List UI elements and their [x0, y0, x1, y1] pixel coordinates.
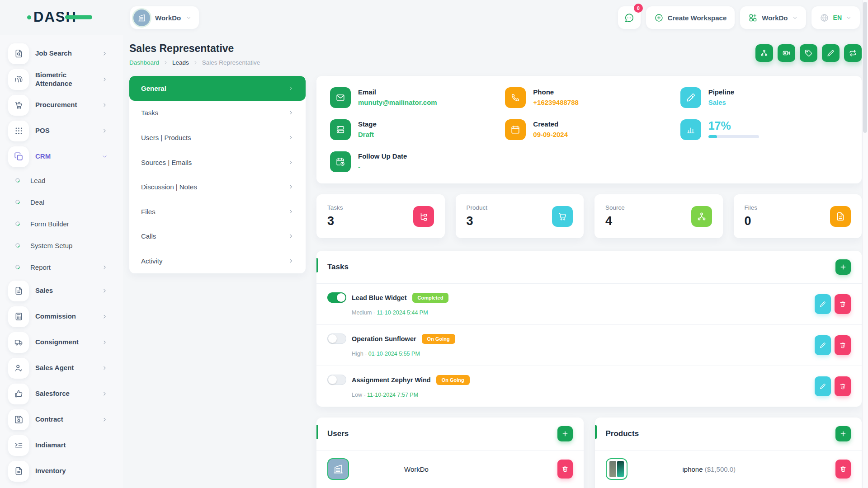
chevron-right-icon	[163, 60, 168, 65]
meeting-button[interactable]	[778, 44, 795, 62]
delete-task-button[interactable]	[835, 294, 851, 314]
tab-general[interactable]: General	[129, 76, 306, 101]
workspace-menu-button[interactable]: WorkDo	[740, 6, 806, 29]
plus-circle-icon	[654, 13, 664, 23]
sidebar-item-procurement[interactable]: Procurement	[0, 92, 123, 118]
sidebar-item-crm[interactable]: CRM	[0, 144, 123, 169]
video-camera-icon	[782, 49, 791, 57]
add-product-button[interactable]	[835, 426, 851, 441]
task-toggle[interactable]	[327, 375, 346, 385]
progress-percent: 17%	[708, 119, 759, 131]
workspace-menu-label: WorkDo	[762, 14, 788, 22]
thumbs-up-icon	[8, 384, 29, 404]
sidebar-item-contract[interactable]: Contract	[0, 407, 123, 432]
building-icon	[137, 13, 146, 23]
chevron-right-icon	[102, 76, 108, 82]
tab-tasks[interactable]: Tasks	[129, 101, 306, 126]
stage-value: Draft	[358, 131, 377, 138]
sidebar-item-deal[interactable]: Deal	[0, 191, 123, 213]
app-logo[interactable]: DASH	[27, 9, 77, 25]
delete-task-button[interactable]	[835, 376, 851, 396]
chevron-right-icon	[102, 417, 108, 422]
field-progress: 17%	[680, 119, 848, 140]
chevron-right-icon	[288, 110, 294, 116]
chevron-down-icon	[792, 15, 798, 21]
convert-button[interactable]	[844, 44, 862, 62]
breadcrumb-leads[interactable]: Leads	[172, 59, 189, 66]
sidebar-item-report[interactable]: Report	[0, 256, 123, 278]
page-actions	[755, 44, 862, 62]
edit-task-button[interactable]	[815, 376, 831, 396]
sidebar-item-form-builder[interactable]: Form Builder	[0, 213, 123, 235]
sidebar-item-sales[interactable]: Sales	[0, 278, 123, 304]
add-user-button[interactable]	[557, 426, 573, 441]
pencil-icon	[826, 49, 835, 57]
tab-files[interactable]: Files	[129, 199, 306, 224]
workspace-avatar	[133, 9, 150, 26]
sidebar-item-inventory[interactable]: Inventory	[0, 458, 123, 484]
tab-calls[interactable]: Calls	[129, 224, 306, 249]
sidebar-item-biometric-attendance[interactable]: Biometric Attendance	[0, 66, 123, 92]
edit-task-button[interactable]	[815, 335, 831, 355]
chevron-right-icon	[102, 339, 108, 345]
add-task-button[interactable]	[835, 259, 851, 275]
sidebar-item-salesforce[interactable]: Salesforce	[0, 381, 123, 407]
delete-user-button[interactable]	[557, 460, 573, 479]
workspace-name: WorkDo	[155, 14, 181, 22]
field-phone: Phone +16239488788	[505, 87, 673, 108]
tab-discussion-notes[interactable]: Discussion | Notes	[129, 174, 306, 199]
messages-button[interactable]: 0	[618, 6, 641, 29]
edit-task-button[interactable]	[815, 294, 831, 314]
breadcrumb-dashboard[interactable]: Dashboard	[129, 59, 159, 66]
chevron-right-icon	[288, 258, 294, 264]
task-toggle[interactable]	[327, 292, 346, 303]
chevron-right-icon	[102, 102, 108, 108]
phone-icon	[505, 87, 526, 108]
workspace-switcher[interactable]: WorkDo	[130, 6, 199, 29]
trash-icon	[840, 465, 847, 473]
convert-arrows-icon	[849, 49, 857, 57]
sidebar-item-pos[interactable]: POS	[0, 118, 123, 144]
follow-up-value: -	[358, 163, 407, 170]
sidebar-item-lead[interactable]: Lead	[0, 169, 123, 191]
document-search-icon	[8, 43, 29, 64]
create-workspace-button[interactable]: Create Workspace	[646, 6, 735, 29]
building-icon	[332, 463, 344, 475]
fingerprint-icon	[8, 69, 29, 90]
tab-activity[interactable]: Activity	[129, 249, 306, 273]
hierarchy-button[interactable]	[755, 44, 773, 62]
product-row: iphone ($1,500.0)	[595, 450, 862, 488]
stat-card-tasks: Tasks 3	[316, 194, 445, 238]
sidebar-item-job-search[interactable]: Job Search	[0, 41, 123, 66]
document-lines-icon	[8, 281, 29, 301]
sidebar-item-indiamart[interactable]: Indiamart	[0, 432, 123, 458]
breadcrumb-current: Sales Representative	[202, 59, 260, 66]
cart-check-icon	[8, 95, 29, 116]
field-created: Created 09-09-2024	[505, 119, 673, 140]
pencil-icon	[819, 383, 826, 390]
floppy-disk-icon	[8, 409, 29, 430]
truck-icon	[8, 332, 29, 353]
list-indent-icon	[8, 435, 29, 456]
bullet-icon	[14, 199, 21, 205]
lead-overview-card: Email munuty@mailinator.com Phone +16239…	[316, 76, 862, 183]
created-value: 09-09-2024	[533, 131, 568, 138]
sidebar-item-system-setup[interactable]: System Setup	[0, 235, 123, 256]
labels-button[interactable]	[800, 44, 817, 62]
tab-sources-emails[interactable]: Sources | Emails	[129, 150, 306, 175]
tab-users-products[interactable]: Users | Products	[129, 125, 306, 150]
delete-task-button[interactable]	[835, 335, 851, 355]
edit-lead-button[interactable]	[822, 44, 840, 62]
task-toggle[interactable]	[327, 333, 346, 344]
language-selector[interactable]: EN	[811, 6, 860, 29]
chevron-right-icon	[288, 85, 294, 91]
delete-product-button[interactable]	[835, 460, 851, 479]
sidebar-item-commission[interactable]: Commission	[0, 304, 123, 329]
scrollbar-thumb[interactable]	[863, 2, 867, 133]
stat-card-product: Product 3	[456, 194, 584, 238]
plus-icon	[840, 263, 847, 271]
sidebar-item-consignment[interactable]: Consignment	[0, 329, 123, 355]
sidebar-item-sales-agent[interactable]: Sales Agent	[0, 355, 123, 381]
calculator-icon	[8, 306, 29, 327]
page-title: Sales Representative	[129, 42, 260, 55]
